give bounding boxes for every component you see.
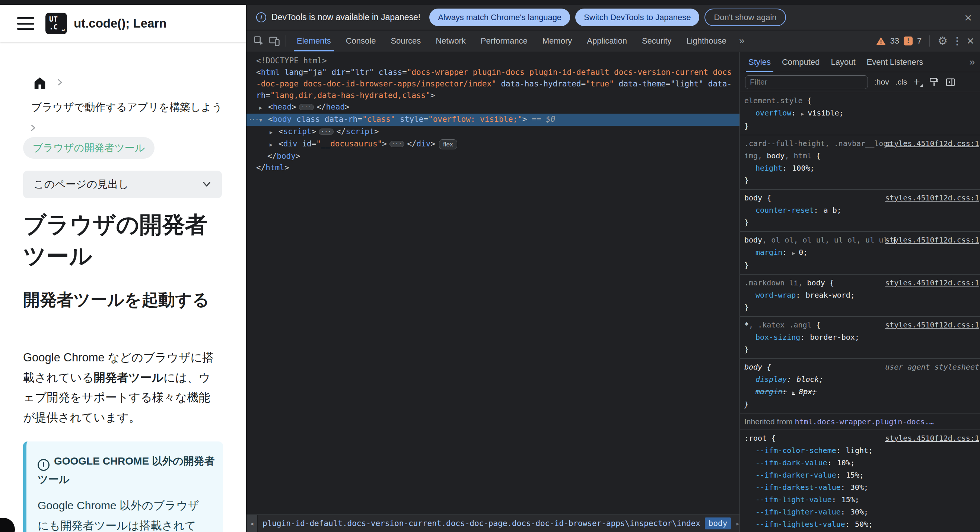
css-declaration[interactable]: height:100%; (744, 162, 978, 174)
new-style-rule-icon[interactable]: + (913, 76, 923, 88)
pseudo-state-toggle[interactable]: :hov (874, 78, 889, 86)
breadcrumb-path[interactable]: plugin-id-default.docs-version-current.d… (262, 519, 700, 528)
element-classes-toggle[interactable]: .cls (896, 78, 907, 86)
css-declaration[interactable]: overflow:▶visible; (744, 107, 978, 120)
stylesheet-link[interactable]: styles.4510f12d.css:1 (885, 319, 979, 331)
sidebar-tab-event-listeners[interactable]: Event Listeners (861, 52, 929, 72)
tree-row[interactable]: </html> (247, 162, 740, 174)
sidebar-tab-computed[interactable]: Computed (776, 52, 826, 72)
css-declaration[interactable]: display:block; (744, 373, 978, 385)
devtools-close-icon[interactable]: × (967, 33, 974, 48)
tab-sources[interactable]: Sources (383, 30, 428, 51)
css-declaration[interactable]: --ifm-lighter-value:30%; (744, 506, 978, 518)
issue-count[interactable]: 7 (917, 36, 921, 46)
expand-inline-icon[interactable]: ··· (319, 129, 334, 135)
code-token (291, 115, 296, 124)
expand-value-icon[interactable]: ▶ (792, 390, 795, 395)
stylesheet-link[interactable]: styles.4510f12d.css:1 (885, 432, 979, 444)
tree-row[interactable]: ▶<head>···</head> (247, 101, 740, 114)
warning-count[interactable]: 33 (890, 36, 899, 46)
code-token: head (326, 102, 345, 111)
paint-roller-icon[interactable] (929, 77, 939, 87)
sidebar-tab-styles[interactable]: Styles (743, 52, 776, 72)
stylesheet-link[interactable]: styles.4510f12d.css:1 (885, 234, 979, 246)
expand-arrow-icon[interactable]: ▶ (270, 139, 278, 151)
tree-row[interactable]: <!DOCTYPE html> (247, 55, 740, 67)
css-declaration[interactable]: --ifm-dark-value:10%; (744, 457, 978, 469)
kebab-menu-icon[interactable]: ⋮ (952, 35, 962, 47)
tree-row-selected[interactable]: ···▼<body class data-rh="class" style="o… (247, 114, 740, 126)
code-token: html (266, 163, 285, 172)
site-title[interactable]: ut.code(); Learn (74, 16, 166, 30)
dom-breadcrumb-bar: ◀ plugin-id-default.docs-version-current… (247, 514, 740, 532)
tab-performance[interactable]: Performance (473, 30, 535, 51)
tab-lighthouse[interactable]: Lighthouse (679, 30, 734, 51)
sidebar-more-tabs-icon[interactable]: » (964, 56, 980, 68)
css-rule: element.style {overflow:▶visible;} (740, 92, 980, 135)
tab-elements[interactable]: Elements (289, 30, 339, 51)
hamburger-menu-icon[interactable] (17, 17, 34, 30)
tab-memory[interactable]: Memory (535, 30, 579, 51)
css-declaration[interactable]: --ifm-light-value:15%; (744, 494, 978, 506)
styles-filter-input[interactable] (745, 75, 868, 89)
css-declaration[interactable]: margin:▶8px; (744, 385, 978, 399)
tree-row[interactable]: ▶<script>···</script> (247, 126, 740, 138)
tab-console[interactable]: Console (339, 30, 383, 51)
code-token: head (273, 102, 292, 111)
css-declaration[interactable]: box-sizing:border-box; (744, 331, 978, 344)
expand-inline-icon[interactable]: ··· (299, 104, 314, 110)
notification-button[interactable]: Don't show again (705, 9, 786, 26)
breadcrumb-section[interactable]: ブラウザで動作するアプリを構築しよう (31, 100, 222, 115)
expand-arrow-icon[interactable]: ▶ (270, 127, 278, 138)
notification-button[interactable]: Always match Chrome's language (429, 9, 570, 26)
css-declaration[interactable]: --ifm-lightest-value:50%; (744, 518, 978, 530)
breadcrumb-forward-icon[interactable]: ▶ (736, 521, 739, 526)
toggle-sidebar-icon[interactable] (945, 77, 955, 87)
tree-row[interactable]: <html lang="ja" dir="ltr" class="docs-wr… (247, 67, 736, 101)
tab-application[interactable]: Application (579, 30, 635, 51)
css-declaration[interactable]: --ifm-darkest-value:30%; (744, 481, 978, 494)
warning-icon[interactable] (876, 37, 886, 45)
settings-gear-icon[interactable]: ⚙ (937, 34, 948, 47)
admonition-body: Google Chrome 以外のブラウザにも開発者ツールは搭載されて (38, 495, 216, 532)
expand-value-icon[interactable]: ▶ (792, 250, 795, 256)
expand-value-icon[interactable]: ▶ (801, 111, 804, 116)
rule-selector[interactable]: element.style { (744, 95, 978, 107)
code-token: > (291, 102, 296, 111)
stylesheet-link[interactable]: styles.4510f12d.css:1 (885, 137, 979, 150)
stylesheet-link[interactable]: styles.4510f12d.css:1 (885, 192, 979, 204)
sidebar-tab-layout[interactable]: Layout (825, 52, 861, 72)
breadcrumb-selected-node[interactable]: body (705, 518, 731, 529)
tab-network[interactable]: Network (428, 30, 473, 51)
css-declaration[interactable]: --ifm-darker-value:15%; (744, 469, 978, 481)
site-logo[interactable]: UT .C ↵ (45, 13, 67, 34)
toc-collapsible[interactable]: このページの見出し (23, 170, 222, 198)
corner-floating-button[interactable] (0, 518, 15, 532)
css-rule: body, ol ol, ol ul, ul ol, ul ul {styles… (740, 232, 980, 275)
css-declaration[interactable]: word-wrap:break-word; (744, 289, 978, 301)
home-icon[interactable] (33, 76, 47, 90)
css-declaration[interactable]: counter-reset:a b; (744, 204, 978, 217)
device-toolbar-icon[interactable] (268, 34, 281, 48)
logo-line1: UT (49, 15, 67, 23)
notification-button[interactable]: Switch DevTools to Japanese (575, 9, 699, 26)
flex-badge[interactable]: flex (439, 139, 457, 150)
code-token (395, 115, 400, 124)
breadcrumb-back-icon[interactable]: ◀ (247, 515, 258, 532)
css-declaration[interactable]: --ifm-color-scheme:light; (744, 444, 978, 457)
css-declaration[interactable]: margin:▶0; (744, 246, 978, 259)
expand-arrow-icon[interactable]: ▶ (259, 102, 268, 114)
inherited-node-link[interactable]: html.docs-wrapper.plugin-docs.… (795, 417, 934, 426)
expand-inline-icon[interactable]: ··· (390, 141, 404, 147)
row-gutter-dots-icon[interactable]: ··· (248, 114, 258, 125)
collapse-arrow-icon[interactable]: ▼ (259, 115, 268, 126)
issues-icon[interactable]: ! (904, 37, 913, 45)
more-tabs-icon[interactable]: » (734, 35, 749, 46)
tab-security[interactable]: Security (635, 30, 679, 51)
inspect-element-icon[interactable] (252, 34, 266, 48)
stylesheet-origin-label: user agent stylesheet (885, 361, 979, 373)
stylesheet-link[interactable]: styles.4510f12d.css:1 (885, 277, 979, 289)
tree-row[interactable]: </body> (247, 151, 740, 162)
notification-close-icon[interactable]: × (964, 11, 972, 24)
tree-row[interactable]: ▶<div id="__docusaurus">···</div>flex (247, 138, 740, 151)
